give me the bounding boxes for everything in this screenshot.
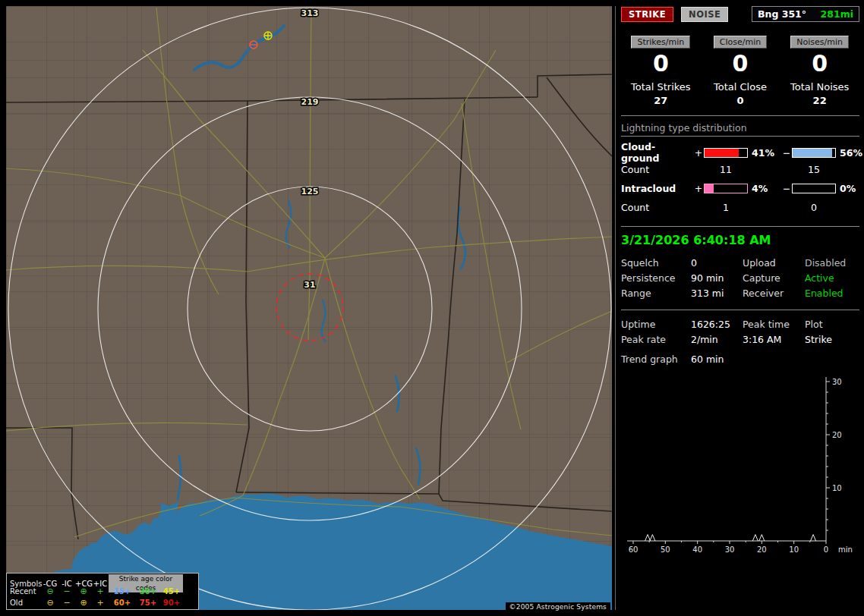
svg-text:30: 30 (725, 545, 735, 554)
total-close-label: Total Close (714, 81, 767, 93)
svg-text:10: 10 (789, 545, 799, 554)
noises-per-min-value: 0 (812, 51, 828, 76)
divider (621, 115, 859, 116)
trend-graph-label: Trend graph (621, 354, 691, 365)
range-value: 313 mi (691, 288, 743, 299)
persistence-label: Persistence (621, 272, 691, 284)
intracloud-negative-pct: 0% (836, 183, 859, 194)
map-legend: Symbols -CG -IC +CG +IC Strike age color… (6, 573, 199, 610)
settings-row: Range 313 mi Receiver Enabled (621, 285, 859, 300)
strikes-per-min-column: Strikes/min 0 Total Strikes 27 (621, 36, 701, 106)
age-15: 15+ (109, 587, 136, 596)
minus-sign: − (781, 147, 792, 159)
svg-text:60: 60 (629, 545, 639, 554)
neg-ic-icon: − (58, 587, 75, 596)
peak-time-value: 3:16 AM (743, 334, 805, 345)
divider (621, 310, 859, 310)
status-panel: STRIKE NOISE Bng 351° 281mi Strikes/min … (621, 6, 859, 610)
capture-label: Capture (743, 272, 805, 284)
plus-sign: + (693, 147, 704, 159)
upload-label: Upload (743, 257, 805, 269)
bearing-label: Bng 351° (758, 8, 806, 20)
uptime-label: Uptime (621, 319, 691, 330)
noise-button[interactable]: NOISE (681, 7, 728, 22)
bar-fill (705, 149, 739, 157)
svg-text:30: 30 (832, 378, 842, 386)
intracloud-negative-bar (792, 184, 836, 193)
squelch-value: 0 (691, 257, 743, 269)
indicator-bar: STRIKE NOISE Bng 351° 281mi (621, 6, 859, 22)
count-label: Count (621, 164, 693, 175)
pos-cg-icon: ⊕ (75, 587, 92, 596)
cloud-ground-positive-count: 11 (704, 164, 748, 175)
legend-symbols-header: Symbols (8, 580, 42, 588)
legend-header-row: Symbols -CG -IC +CG +IC Strike age color… (8, 574, 197, 586)
plot-mode-value: Strike (805, 334, 859, 345)
total-strikes-label: Total Strikes (631, 81, 691, 93)
persistence-value: 90 min (691, 272, 743, 284)
close-per-min-button[interactable]: Close/min (714, 36, 767, 49)
svg-text:10: 10 (832, 484, 842, 492)
upload-status: Disabled (805, 257, 859, 269)
status-row: Trend graph 60 min (621, 351, 859, 366)
cloud-ground-negative-bar (792, 148, 836, 158)
minus-sign: − (781, 183, 792, 194)
receiver-status: Enabled (805, 288, 859, 299)
svg-text:0: 0 (824, 545, 828, 554)
age-30: 30+ (136, 587, 160, 596)
noises-per-min-button[interactable]: Noises/min (790, 36, 849, 49)
rate-counters: Strikes/min 0 Total Strikes 27 Close/min… (621, 36, 859, 106)
pos-ic-icon: + (92, 599, 109, 607)
strike-button[interactable]: STRIKE (621, 7, 673, 22)
svg-text:40: 40 (692, 545, 702, 554)
trend-graph-window: 60 min (691, 354, 743, 365)
cloud-ground-row: Cloud-ground + 41% − 56% (621, 141, 859, 160)
bearing-display: Bng 351° 281mi (752, 6, 859, 22)
cloud-ground-positive-pct: 41% (748, 147, 781, 159)
lightning-map[interactable]: 313 219 125 31 (6, 6, 612, 610)
strikes-per-min-value: 0 (653, 51, 669, 76)
legend-recent-label: Recent (8, 587, 42, 596)
trend-graph: 3020106050403020100min (623, 372, 856, 564)
ring-label-219: 219 (301, 97, 319, 107)
map-area: 313 219 125 31 Symbols -CG -IC +CG +IC S… (6, 6, 612, 610)
ring-label-31: 31 (304, 280, 315, 290)
peak-rate-value: 2/min (691, 334, 743, 345)
intracloud-row: Intracloud + 4% − 0% (621, 179, 859, 198)
settings-row: Squelch 0 Upload Disabled (621, 255, 859, 270)
intracloud-positive-bar (704, 184, 748, 193)
close-per-min-value: 0 (733, 51, 749, 76)
status-row: Uptime 1626:25 Peak time Plot (621, 316, 859, 332)
intracloud-label: Intracloud (621, 183, 693, 194)
intracloud-negative-count: 0 (792, 202, 836, 213)
intracloud-positive-pct: 4% (748, 183, 781, 194)
total-strikes-value: 27 (654, 95, 667, 106)
capture-status: Active (805, 272, 859, 284)
age-45: 45+ (160, 587, 183, 596)
status-row: Peak rate 2/min 3:16 AM Strike (621, 332, 859, 347)
pos-ic-icon: + (92, 587, 109, 596)
count-label: Count (621, 202, 693, 213)
copyright-text: ©2005 Astrogenic Systems (506, 602, 610, 611)
intracloud-count-row: Count 1 0 (621, 198, 859, 217)
svg-text:50: 50 (661, 545, 670, 554)
distribution-title: Lightning type distribution (621, 122, 859, 134)
bar-fill (705, 184, 714, 193)
total-close-value: 0 (736, 95, 743, 106)
bar-fill (793, 149, 832, 157)
strikes-per-min-button[interactable]: Strikes/min (631, 36, 690, 49)
total-noises-label: Total Noises (790, 81, 849, 93)
neg-cg-icon: ⊖ (42, 587, 58, 596)
age-75: 75+ (136, 599, 160, 607)
neg-ic-icon: − (58, 599, 75, 607)
cloud-ground-negative-pct: 56% (836, 147, 859, 159)
datetime-display: 3/21/2026 6:40:18 AM (621, 233, 859, 247)
divider (621, 136, 859, 137)
panel-divider (615, 6, 616, 610)
settings-row: Persistence 90 min Capture Active (621, 270, 859, 285)
legend-recent-row: Recent ⊖ − ⊕ + 15+ 30+ 45+ (8, 586, 197, 597)
total-noises-value: 22 (813, 95, 827, 106)
uptime-value: 1626:25 (691, 319, 743, 330)
noises-per-min-column: Noises/min 0 Total Noises 22 (780, 36, 859, 106)
plus-sign: + (693, 183, 704, 194)
